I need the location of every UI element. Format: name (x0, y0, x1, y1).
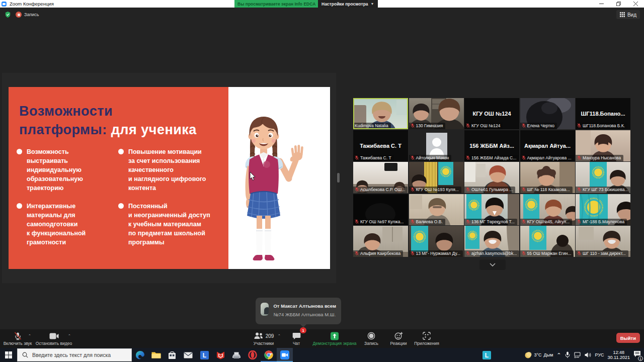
participant-nameplate: КГУ ОШ №97 Кулжа... (353, 219, 407, 225)
apps-button[interactable]: Приложения (410, 329, 444, 348)
bullet-text: Интерактивныематериалы длясамоподготовки… (27, 202, 86, 247)
participant-name: 13 МГ- Нуржамал Ду... (416, 251, 460, 256)
weather-widget[interactable]: 3°CДым (524, 351, 553, 359)
participant-tile[interactable]: 55 ОШ Маржан Егин... (520, 226, 575, 257)
participant-tile[interactable]: ШГ 110 - зам.директ... (576, 226, 630, 257)
presentation-slide: Возможности платформы: для ученика Возмо… (9, 87, 330, 269)
participant-tile[interactable]: КГУ ОШ №193 Куля... (409, 162, 464, 193)
participant-name: Асылбекова С.Р. ОШ... (360, 187, 405, 192)
participant-tile[interactable]: Асылбекова С.Р. ОШ... (353, 162, 408, 193)
participant-tile[interactable]: ОШ№61 Гульмира ... (464, 162, 519, 193)
taskbar-icon-edge[interactable] (132, 348, 148, 362)
participant-tile[interactable]: Ақмарал Айтуа...Ақмарал Айтуарова ... (520, 130, 575, 161)
participant-tile[interactable]: КГУ ОШ №124КГУ ОШ №124 (464, 98, 519, 129)
window-controls (593, 0, 644, 8)
start-button[interactable] (0, 348, 17, 362)
chat-button[interactable]: Чат 1 (285, 329, 307, 348)
taskbar-icon-mcafee[interactable] (212, 348, 228, 362)
muted-mic-icon (466, 219, 470, 224)
muted-mic-icon (577, 123, 581, 128)
video-options-chevron[interactable]: ⌃ (66, 329, 73, 348)
participant-tile[interactable]: Валиева О.В. (409, 194, 464, 225)
record-button[interactable]: Запись (359, 329, 384, 348)
panel-resize-handle[interactable] (337, 173, 340, 183)
participant-tile[interactable]: Тажибаева С. ТТажибаева С. Т (353, 130, 408, 161)
muted-mic-icon (355, 219, 359, 224)
taskbar-l-app-center-icon[interactable]: L (478, 348, 495, 362)
close-button[interactable] (627, 0, 644, 8)
participant-tile[interactable]: Елена Чертко (520, 98, 575, 129)
participant-tile[interactable]: Манзура Нысанова (576, 130, 630, 161)
participant-tile[interactable]: 130 Гимназия (409, 98, 464, 129)
participant-tile[interactable]: Айтолқын Мәкен (409, 130, 464, 161)
tray-expand-chevron[interactable]: ⌃ (556, 352, 561, 358)
participant-tile[interactable]: ajzhan.kasymova@bk... (464, 226, 519, 257)
l-app-icon: L (200, 351, 209, 359)
slide-bullet: Постоянныйи неограниченный доступк учебн… (118, 202, 210, 247)
taskbar-clock[interactable]: 12:48 30.11.2021 (608, 350, 630, 360)
tray-microphone-icon[interactable] (565, 351, 570, 358)
bullet-dot (118, 149, 124, 154)
participant-tile[interactable]: КГУ ОШ №97 Кулжа... (353, 194, 408, 225)
reactions-button[interactable]: Реакции (385, 329, 412, 348)
participant-tile[interactable]: ШГ118.Бопано...ШГ118.Бопанова Б.К. (576, 98, 630, 129)
participant-tile[interactable]: Альфия Каирбекова (353, 226, 408, 257)
view-options-button[interactable]: Настройки просмотра▼ (318, 0, 378, 8)
participant-nameplate: ajzhan.kasymova@bk... (464, 250, 519, 257)
microphone-muted-icon (14, 332, 22, 340)
encryption-shield-icon (5, 12, 11, 18)
chat-notification-popup[interactable]: От Максат Алтынова всем №74 ЖББМ Алтынов… (256, 298, 341, 324)
participant-name: ШГ 110 - зам.директ... (583, 251, 626, 256)
share-screen-icon (328, 332, 341, 340)
taskbar-search-input[interactable]: Введите здесь текст для поиска (17, 348, 132, 361)
chat-notification-texts: От Максат Алтынова всем №74 ЖББМ Алтынов… (273, 303, 336, 317)
participant-tile[interactable]: 156 ЖББМ Айз...156 ЖББМ Айзада С... (464, 130, 519, 161)
taskbar-icon-mail[interactable] (180, 348, 196, 362)
participant-nameplate: Kudimova Natalia (353, 123, 391, 129)
volume-icon[interactable] (585, 352, 592, 358)
participant-name: Ақмарал Айтуарова ... (527, 155, 572, 160)
taskbar-icon-zoom[interactable] (277, 348, 293, 362)
participant-tile[interactable]: ШГ № 118 Казакова... (520, 162, 575, 193)
participant-tile[interactable]: 136 МГ Төреқұлов Т... (464, 194, 519, 225)
notification-center-button[interactable]: 1 (633, 350, 641, 359)
muted-mic-icon (355, 187, 359, 192)
minimize-button[interactable] (593, 0, 610, 8)
participant-nameplate: ШГ № 118 Казакова... (520, 187, 573, 193)
language-indicator[interactable]: РУС (595, 352, 604, 357)
taskbar-icon-chrome[interactable] (261, 348, 277, 362)
participants-chevron[interactable]: ⌃ (276, 329, 283, 348)
taskbar-icon-opera[interactable] (245, 348, 261, 362)
participant-tile[interactable]: КГУ ОШ№45, Айгул... (520, 194, 575, 225)
collapse-gallery-button[interactable] (479, 259, 506, 270)
taskbar-icon-store[interactable] (164, 348, 180, 362)
participant-tile[interactable]: 13 МГ- Нуржамал Ду... (409, 226, 464, 257)
participant-nameplate: 130 Гимназия (409, 123, 446, 129)
maximize-button[interactable] (610, 0, 627, 8)
participant-nameplate: КГУ ШГ 73 Бокишева... (576, 187, 630, 193)
participants-button[interactable]: 209 Участники (248, 329, 280, 348)
taskbar-icon-l-app[interactable]: L (196, 348, 212, 362)
slide-text-panel: Возможности платформы: для ученика Возмо… (9, 87, 228, 269)
participant-tile[interactable]: КГУ ШГ 73 Бокишева... (576, 162, 630, 193)
taskbar-pinned-icons: L (132, 348, 293, 362)
recording-indicator[interactable]: Запись (16, 12, 39, 18)
audio-options-chevron[interactable]: ⌃ (26, 329, 33, 348)
leave-button[interactable]: Выйти (616, 333, 640, 343)
weather-icon (524, 351, 532, 359)
muted-mic-icon (522, 155, 526, 160)
taskbar-icon-fax[interactable] (228, 348, 245, 362)
participant-nameplate: Тажибаева С. Т (353, 155, 394, 161)
taskbar-icon-explorer[interactable] (148, 348, 164, 362)
network-icon[interactable] (574, 352, 581, 358)
muted-mic-icon (522, 251, 526, 256)
participant-tile[interactable]: МГ-188 Б.Мауленова (576, 194, 630, 225)
participant-name: Тажибаева С. Т (360, 155, 391, 160)
participant-name: Айтолқын Мәкен (416, 155, 449, 160)
participant-tile[interactable]: Kudimova Natalia (353, 98, 408, 129)
participant-name: ШГ118.Бопанова Б.К. (583, 123, 625, 128)
svg-text:L: L (202, 352, 206, 359)
share-screen-button[interactable]: Демонстрация экрана (307, 329, 362, 348)
muted-mic-icon (577, 187, 581, 192)
view-button[interactable]: Вид (616, 10, 640, 19)
